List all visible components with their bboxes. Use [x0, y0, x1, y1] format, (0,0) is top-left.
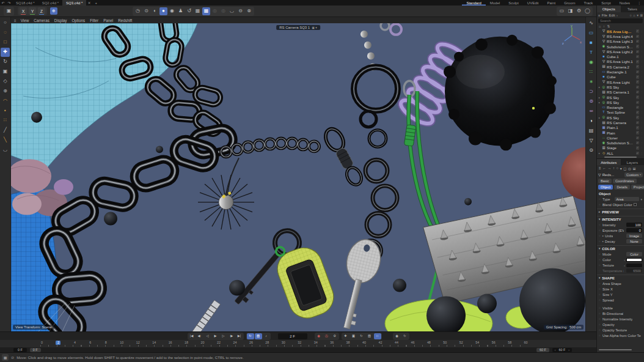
move-tool[interactable]: ✚ — [1, 48, 10, 57]
popout-icon[interactable]: ⊞ — [640, 13, 643, 17]
attribute-pill[interactable]: Object — [598, 185, 613, 190]
render-enable-toggle[interactable]: ✓ — [636, 106, 640, 109]
visibility-dots[interactable]: ⋮ — [640, 81, 643, 84]
visibility-dots[interactable]: ⋮ — [640, 70, 643, 73]
render-enable-toggle[interactable]: ✓ — [636, 126, 640, 130]
material-icon[interactable]: ⊙ — [587, 146, 596, 155]
goto-marker-button[interactable]: ↻ — [401, 333, 409, 339]
search-icon[interactable]: ○ — [617, 166, 619, 170]
subdivision-surface-icon[interactable]: ◉ — [587, 58, 596, 67]
timeline-ruler[interactable]: 0246810121416182022242628303234363840424… — [0, 340, 596, 347]
workspace-tab[interactable]: Nodes — [615, 0, 634, 6]
spin-left-icon[interactable]: ‹ — [555, 348, 556, 352]
Plain.1[interactable]: ▦ Plain.1 ✓ ⋮ — [598, 125, 643, 130]
visibility-dots[interactable]: ⋮ — [640, 75, 643, 78]
key-pla-button[interactable]: ∷ — [374, 333, 381, 339]
rectangle-spline-icon[interactable]: ▭ — [587, 29, 596, 38]
Subdivision Surface.1[interactable]: ◉ Subdivision Surface.1 ✓ ⋮ — [598, 44, 643, 49]
home-icon[interactable]: ⌂ — [633, 13, 635, 17]
color-swatch[interactable] — [626, 258, 642, 262]
autokey-button[interactable]: Ⓐ — [323, 333, 331, 339]
attr-row[interactable]: ○Texture› — [597, 262, 644, 268]
up-icon[interactable]: ↑ — [613, 166, 615, 170]
RS Camera[interactable]: ▤ RS Camera ✓ ⋮ — [598, 120, 643, 125]
document-tab[interactable]: SQ18.c4d * — [12, 0, 38, 6]
visibility-dots[interactable]: ⋮ — [640, 90, 643, 94]
cut-tool[interactable]: ╲ — [1, 136, 10, 145]
light-icon[interactable]: ▽ — [587, 136, 596, 146]
viewport[interactable]: ≡ ViewCamerasDisplayOptionsFilterPanelRe… — [11, 17, 585, 331]
workspace-tab[interactable]: UVEdit — [523, 0, 543, 6]
blend-object-color-row[interactable]: ○ Blend Object Color — [597, 202, 644, 207]
cube-icon[interactable]: ■ — [587, 39, 596, 48]
camera-label[interactable]: RS Camera SQ3 1 ▣ ▾ — [276, 25, 320, 30]
attr-row[interactable]: ○Intensity100 — [597, 222, 644, 227]
Text Spline[interactable]: T Text Spline ✓ ⋮ — [598, 110, 643, 115]
attributes-hscrollbar[interactable] — [599, 349, 632, 351]
coord-system-button[interactable]: ◷ — [134, 7, 142, 15]
transform-a-tool[interactable]: ◇ — [1, 77, 10, 86]
visibility-dots[interactable]: ⋮ — [640, 146, 643, 149]
filter-icon[interactable]: ▾ — [637, 13, 639, 17]
render-enable-toggle[interactable]: ✓ — [636, 70, 640, 74]
range-end-marker[interactable]: 60 F — [536, 348, 549, 352]
attr-row[interactable]: ○Temperature (K)6500 — [597, 268, 644, 273]
search-icon[interactable]: ○ — [629, 13, 631, 17]
RS Sky[interactable]: ◎ RS Sky ✓ ⋮ — [598, 84, 643, 89]
brush-mode-button[interactable]: ◉ — [168, 7, 176, 15]
menu-icon[interactable]: ≡ — [599, 166, 601, 170]
add-tab-button[interactable]: + — [92, 1, 100, 5]
attr-row[interactable]: ○Color› — [597, 257, 644, 262]
visibility-dots[interactable]: ⋮ — [640, 86, 643, 89]
viewport-menu-icon[interactable]: ≡ — [12, 18, 18, 23]
blend-object-color-checkbox[interactable] — [634, 203, 637, 207]
ALL[interactable]: ◇ ALL ✓ ⋮ — [598, 150, 643, 155]
keyframe-settings-button[interactable]: ⚙ — [331, 333, 338, 339]
forward-icon[interactable]: → — [608, 166, 612, 170]
attr-row[interactable]: ○Spread — [597, 297, 644, 303]
visibility-dots[interactable]: ⋮ — [640, 126, 643, 129]
viewport-menu[interactable]: Panel — [101, 18, 115, 23]
viewport-menu[interactable]: Display — [52, 18, 70, 23]
menu-overflow-icon[interactable]: › — [617, 13, 618, 17]
key-rotation-button[interactable]: ↻ — [358, 333, 365, 339]
RS Area Light.1[interactable]: ▽ RS Area Light.1 ✓ ⋮ — [598, 59, 643, 64]
Plain[interactable]: ▦ Plain ✓ ⋮ — [598, 130, 643, 135]
render-enable-toggle[interactable]: ✓ — [636, 141, 640, 145]
visibility-dots[interactable]: ⋮ — [640, 111, 643, 114]
goto-end-button[interactable]: ▶| — [236, 333, 243, 339]
camera-dropdown-icon[interactable]: ▣ ▾ — [312, 26, 317, 29]
spline-pen-icon[interactable]: ∿ — [587, 19, 596, 28]
attribute-pill[interactable]: Basic — [598, 179, 612, 183]
quantize-a-button[interactable]: ◎ — [211, 7, 219, 15]
prev-key-button[interactable]: ◀· — [196, 333, 203, 339]
viewport-scene[interactable] — [11, 23, 585, 331]
text-spline-icon[interactable]: T — [587, 48, 596, 57]
back-icon[interactable]: ← — [602, 166, 606, 170]
RS Area Light.3[interactable]: ▽ RS Area Light.3 ✓ ⋮ — [598, 39, 643, 44]
camera-icon[interactable]: ▤ — [587, 127, 596, 136]
sound-button[interactable]: ♪ — [263, 333, 270, 339]
record-keyframe-button[interactable]: ◉ — [315, 333, 323, 339]
RS Area Light[interactable]: ▽ RS Area Light ✓ ⋮ — [598, 79, 643, 84]
redo-icon[interactable]: ↷ — [6, 1, 12, 5]
RS Sky[interactable]: ◎ RS Sky ✓ ⋮ — [598, 100, 643, 105]
workspace-tab[interactable]: Groom — [560, 0, 579, 6]
attr-row[interactable]: ○Size X — [597, 286, 644, 292]
attr-row[interactable]: ○Opacity Texture — [597, 327, 644, 333]
next-key-button[interactable]: ·▶ — [228, 333, 235, 339]
quantize-b-button[interactable]: ◎ — [219, 7, 227, 15]
Rectangle[interactable]: ▭ Rectangle ✓ ⋮ — [598, 105, 643, 109]
render-enable-toggle[interactable]: ✓ — [636, 131, 640, 135]
sort-icon[interactable]: ⇅ — [607, 24, 610, 28]
remove-button[interactable]: ⊖ — [236, 7, 244, 15]
attr-row[interactable]: ○Size Y — [597, 292, 644, 297]
RS Sky[interactable]: ◎ RS Sky ✓ ⋮ — [598, 95, 643, 100]
y-axis-lock-button[interactable]: Y — [29, 7, 36, 15]
attr-row[interactable]: ○Area Shape — [597, 281, 644, 286]
attribute-pill[interactable]: Project — [631, 185, 644, 190]
render-settings-button[interactable]: ⚙ — [575, 7, 583, 15]
render-visibility-button[interactable]: ◐ — [151, 7, 159, 15]
bend-deformer-icon[interactable]: ⊃ — [587, 87, 596, 97]
Stage[interactable]: ▥ Stage ✓ ⋮ — [598, 146, 643, 150]
